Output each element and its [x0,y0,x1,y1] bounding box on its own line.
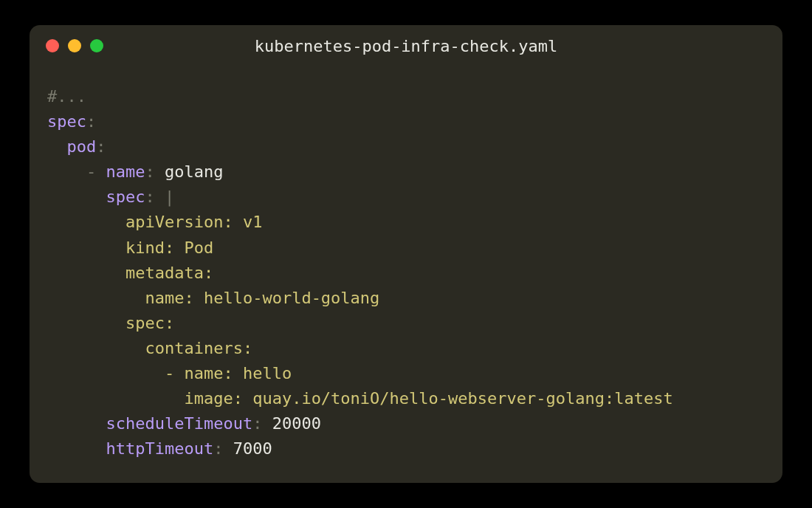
yaml-dash: - [86,162,96,181]
yaml-value: golang [165,162,223,181]
yaml-key: httpTimeout [106,439,213,458]
yaml-pipe: | [165,188,174,206]
yaml-colon: : [252,414,262,433]
yaml-block-line: spec: [125,314,174,332]
yaml-block-line: kind: Pod [125,238,213,257]
minimize-icon[interactable] [68,39,81,52]
yaml-block-line: image: quay.io/toniO/hello-webserver-gol… [125,389,673,408]
yaml-colon: : [145,162,154,181]
yaml-key: name [106,162,145,181]
code-editor[interactable]: #... spec: pod: - name: golang spec: | a… [30,66,782,479]
yaml-block-line: containers: [125,339,252,357]
yaml-key: pod [67,137,97,156]
yaml-value: 20000 [272,414,321,433]
code-comment: #... [47,87,86,106]
yaml-colon: : [86,112,96,131]
yaml-key: spec [106,188,145,206]
code-window: kubernetes-pod-infra-check.yaml #... spe… [30,25,782,483]
maximize-icon[interactable] [90,39,103,52]
yaml-block-line: metadata: [125,264,213,282]
close-icon[interactable] [46,39,59,52]
yaml-value: 7000 [233,439,272,458]
yaml-key: spec [47,112,86,131]
yaml-block-line: name: hello-world-golang [125,289,379,307]
window-title: kubernetes-pod-infra-check.yaml [255,37,558,55]
yaml-colon: : [96,137,106,156]
yaml-colon: : [145,188,154,206]
window-titlebar: kubernetes-pod-infra-check.yaml [30,25,782,66]
traffic-lights [46,39,103,52]
yaml-block-line: - name: hello [125,364,292,382]
yaml-colon: : [213,439,223,458]
yaml-key: scheduleTimeout [106,414,252,433]
yaml-block-line: apiVersion: v1 [125,213,262,231]
